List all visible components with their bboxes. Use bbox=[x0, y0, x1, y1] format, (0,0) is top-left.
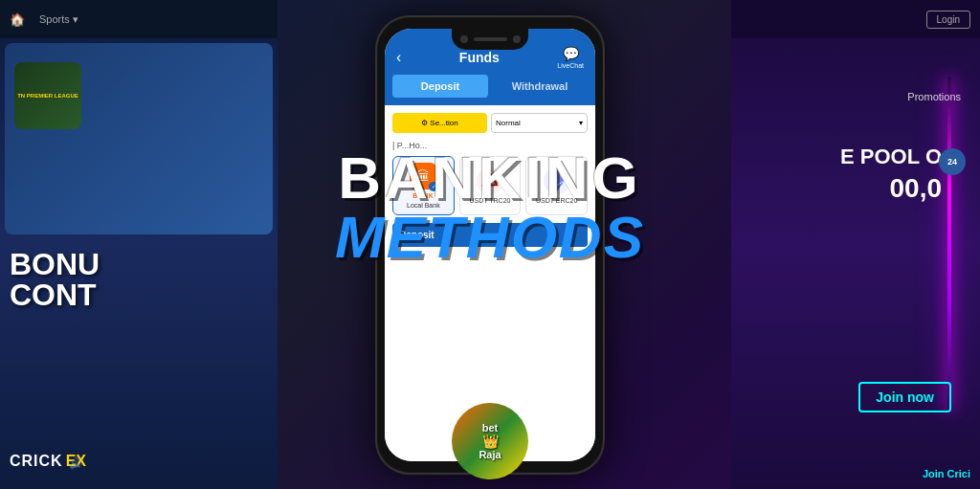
betraja-logo: bet 👑 Raja bbox=[452, 403, 528, 479]
deposit-tab[interactable]: Deposit bbox=[392, 75, 488, 98]
back-button[interactable]: ‹ bbox=[396, 49, 401, 66]
raja-text: Raja bbox=[479, 449, 501, 460]
bg-left-banner: TN PREMIER LEAGUE ✕ bbox=[5, 43, 273, 234]
crown-icon: 👑 bbox=[482, 433, 499, 449]
deposit-withdrawal-tabs: Deposit Withdrawal bbox=[385, 75, 595, 105]
betraja-logo-container: bet 👑 Raja bbox=[452, 403, 528, 479]
support-icon[interactable]: 24 bbox=[939, 148, 966, 175]
usdt-erc20-card[interactable]: USDT ERC20 bbox=[525, 156, 588, 215]
phone-screen: ‹ Funds 💬 LiveChat Deposit Withdrawal ⚙ bbox=[385, 29, 595, 461]
bg-left-nav: 🏠 Sports ▾ bbox=[0, 0, 278, 38]
volume-icon: 🔊 bbox=[69, 456, 83, 470]
tron-icon bbox=[477, 167, 503, 194]
promotions-link[interactable]: Promotions bbox=[907, 91, 961, 102]
gear-icon: ⚙ bbox=[421, 119, 428, 127]
selection-button[interactable]: ⚙ Se...tion bbox=[392, 113, 487, 133]
bank-icon-wrapper: 🏛 ✓ bbox=[410, 163, 436, 189]
deposit-submit-button[interactable]: Deposit bbox=[392, 223, 588, 247]
bonus-text: BONUCONT bbox=[10, 249, 268, 310]
neon-line bbox=[947, 77, 951, 411]
normal-dropdown[interactable]: Normal ▾ bbox=[491, 113, 588, 133]
bet-text: bet bbox=[482, 422, 499, 433]
tn-league-badge: TN PREMIER LEAGUE bbox=[14, 62, 81, 129]
join-now-button[interactable]: Join now bbox=[858, 382, 951, 412]
pool-text: E POOL O 00,0 bbox=[840, 144, 942, 206]
phone-camera bbox=[460, 35, 468, 43]
livechat-label: LiveChat bbox=[557, 62, 584, 69]
join-crici-link[interactable]: Join Crici bbox=[923, 468, 970, 479]
selection-label: Se...tion bbox=[430, 119, 457, 127]
dropdown-arrow: ▾ bbox=[579, 119, 583, 127]
local-bank-label: Local Bank bbox=[407, 202, 440, 209]
phone-camera-2 bbox=[513, 35, 521, 43]
selected-checkmark: ✓ bbox=[429, 182, 438, 191]
usdt-trc20-label: USDT TRC20 bbox=[470, 197, 511, 204]
payment-methods-grid: 🏛 ✓ BANK Local Bank bbox=[392, 156, 588, 215]
usdt-erc20-label: USDT ERC20 bbox=[536, 197, 577, 204]
withdrawal-tab[interactable]: Withdrawal bbox=[492, 75, 588, 98]
livechat-button[interactable]: 💬 LiveChat bbox=[557, 46, 584, 69]
bg-left-panel: 🏠 Sports ▾ TN PREMIER LEAGUE ✕ BONUCONT … bbox=[0, 0, 278, 489]
local-bank-card[interactable]: 🏛 ✓ BANK Local Bank bbox=[392, 156, 455, 215]
bank-prefix: BANK bbox=[412, 192, 434, 199]
selector-row: ⚙ Se...tion Normal ▾ bbox=[392, 113, 588, 133]
usdt-trc20-card[interactable]: USDT TRC20 bbox=[459, 156, 522, 215]
dropdown-value: Normal bbox=[496, 119, 521, 127]
login-button[interactable]: Login bbox=[926, 11, 970, 29]
phone-speaker bbox=[474, 37, 507, 41]
eth-icon bbox=[544, 167, 570, 194]
livechat-icon: 💬 bbox=[563, 46, 579, 61]
bg-right-nav: Login bbox=[731, 0, 980, 38]
bg-right-panel: Login Promotions E POOL O 00,0 Join now … bbox=[731, 0, 980, 489]
payment-method-label: | P...Ho... bbox=[392, 141, 588, 150]
sports-nav: Sports ▾ bbox=[39, 13, 78, 26]
phone-notch bbox=[452, 29, 528, 50]
app-title: Funds bbox=[459, 50, 500, 65]
